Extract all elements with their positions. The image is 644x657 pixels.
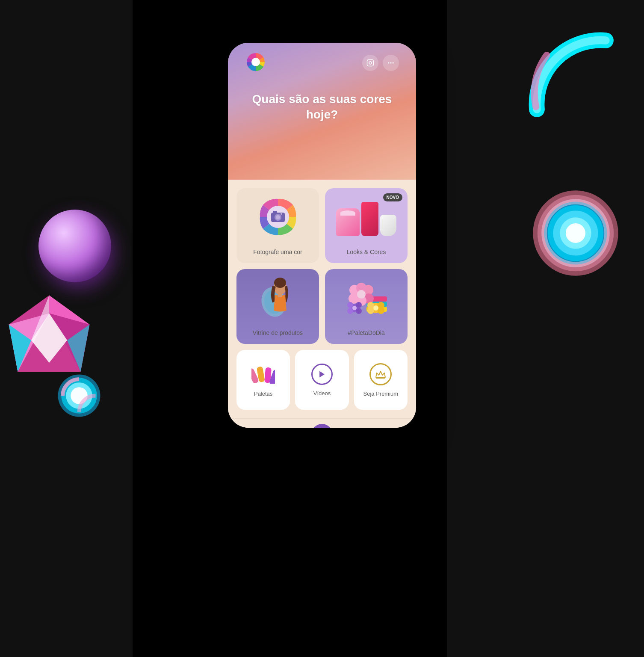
svg-point-33 (281, 213, 282, 215)
fotografe-image (236, 188, 319, 245)
svg-point-23 (369, 62, 372, 64)
svg-point-37 (274, 278, 286, 288)
looks-image (325, 188, 408, 245)
svg-point-21 (251, 58, 260, 66)
svg-rect-67 (376, 377, 385, 379)
svg-point-26 (390, 62, 392, 64)
bottom-cards-row: Paletas Vídeos Seja P (228, 344, 416, 418)
app-logo (245, 51, 266, 74)
play-button-icon (311, 364, 333, 385)
crown-icon (369, 363, 392, 385)
cards-grid: Fotografe uma cor NOVO (236, 188, 408, 344)
phone: Quais são as suas cores hoje? (228, 43, 416, 428)
svg-point-60 (356, 308, 362, 314)
cards-area: Fotografe uma cor NOVO (228, 180, 416, 344)
main-title: Quais são as suas cores hoje? (236, 92, 408, 123)
paleta-dia-card[interactable]: #PaletaDoDia (325, 269, 408, 344)
topbar (236, 43, 408, 79)
svg-rect-38 (278, 293, 282, 297)
nav-home[interactable] (243, 424, 264, 428)
svg-point-57 (347, 302, 353, 308)
premium-card[interactable]: Seja Premium (354, 350, 408, 410)
paleta-dia-label: #PaletaDoDia (348, 329, 384, 336)
menu-button[interactable] (383, 55, 399, 71)
palette-fan-icon (251, 363, 275, 385)
looks-card[interactable]: NOVO Lo (325, 188, 408, 263)
vitrine-card[interactable]: Vitrine de produtos (236, 269, 319, 344)
looks-label: Looks & Cores (347, 249, 386, 255)
phone-header: Quais são as suas cores hoje? (228, 43, 416, 180)
vitrine-image (236, 269, 319, 326)
premium-label: Seja Premium (363, 391, 399, 397)
svg-point-58 (356, 302, 362, 308)
right-panel (447, 0, 644, 657)
vitrine-label: Vitrine de produtos (253, 329, 303, 336)
videos-card[interactable]: Vídeos (295, 350, 349, 410)
svg-point-55 (373, 305, 378, 311)
topbar-icons (362, 55, 399, 71)
left-panel (0, 0, 133, 657)
phone-wrapper: Quais são as suas cores hoje? (228, 21, 416, 637)
svg-rect-22 (367, 60, 374, 66)
nav-wardrobe[interactable] (277, 424, 298, 428)
svg-point-31 (276, 215, 280, 219)
nav-looks[interactable] (380, 424, 401, 428)
fotografe-card[interactable]: Fotografe uma cor (236, 188, 319, 263)
paletas-card[interactable]: Paletas (236, 350, 290, 410)
instagram-button[interactable] (362, 55, 378, 71)
paletas-label: Paletas (254, 391, 272, 397)
nav-palettes[interactable] (346, 424, 367, 428)
svg-marker-66 (319, 371, 325, 377)
videos-label: Vídeos (313, 390, 331, 397)
svg-point-24 (372, 61, 372, 62)
svg-point-54 (378, 307, 384, 314)
svg-point-59 (347, 308, 353, 314)
svg-rect-32 (273, 211, 277, 213)
svg-point-49 (357, 290, 366, 299)
nav-camera[interactable] (311, 424, 333, 428)
bottom-navigation (228, 418, 416, 428)
fotografe-label: Fotografe uma cor (253, 249, 302, 255)
svg-point-25 (388, 62, 389, 64)
paleta-image (325, 269, 408, 326)
svg-point-61 (352, 306, 357, 310)
svg-point-53 (367, 307, 374, 314)
svg-point-27 (393, 62, 394, 64)
